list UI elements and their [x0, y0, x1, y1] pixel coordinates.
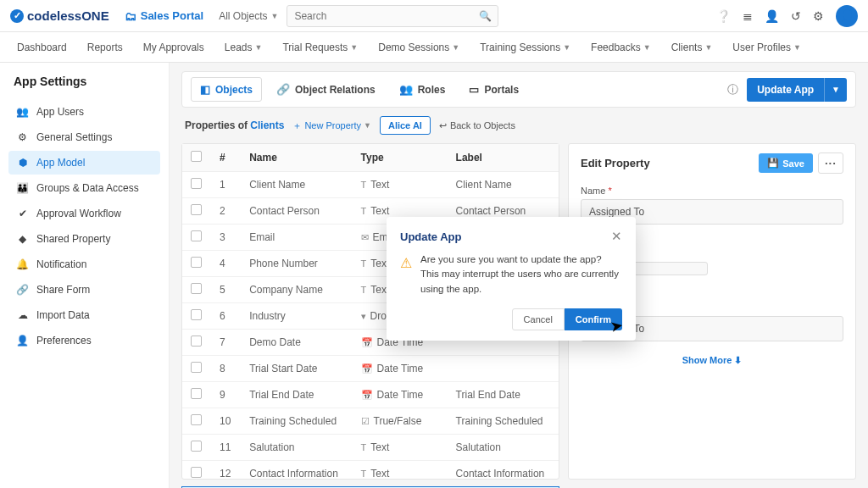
sidebar-icon: ⚙: [16, 131, 29, 143]
sidebar-item-import-data[interactable]: ☁Import Data: [8, 303, 160, 327]
settings-icon[interactable]: ⚙: [813, 9, 824, 23]
chevron-down-icon: ▼: [643, 43, 651, 52]
checkbox-icon[interactable]: [191, 283, 202, 294]
row-name: Industry: [241, 303, 352, 330]
row-label: Salutation: [448, 435, 559, 461]
nav-reports[interactable]: Reports: [87, 42, 123, 53]
tab-object-relations[interactable]: 🔗Object Relations: [267, 77, 385, 102]
alice-ai-button[interactable]: Alice AI: [380, 116, 431, 135]
tab-roles[interactable]: 👥Roles: [390, 77, 455, 102]
cancel-button[interactable]: Cancel: [512, 308, 565, 330]
row-index: 8: [211, 356, 241, 382]
checkbox-icon[interactable]: [191, 151, 202, 162]
sidebar-item-general-settings[interactable]: ⚙General Settings: [8, 125, 160, 149]
search-icon[interactable]: 🔍: [479, 10, 492, 22]
close-icon[interactable]: ✕: [611, 229, 622, 244]
row-type: 📅Date Time: [353, 356, 448, 382]
col-type[interactable]: Type: [353, 144, 448, 172]
sidebar-item-label: App Users: [36, 106, 84, 118]
help-icon[interactable]: ❔: [716, 9, 731, 23]
sidebar-item-app-model[interactable]: ⬢App Model: [8, 151, 160, 175]
object-selector[interactable]: All Objects ▼: [219, 10, 278, 22]
tab-label: Objects: [215, 84, 253, 96]
sidebar-item-approval-workflow[interactable]: ✔Approval Workflow: [8, 202, 160, 225]
row-index: 11: [211, 435, 241, 461]
table-row[interactable]: 12Contact InformationTTextContact Inform…: [182, 461, 559, 487]
table-row[interactable]: 11SalutationTTextSalutation: [182, 435, 559, 461]
table-row[interactable]: 10Training Scheduled☑True/FalseTraining …: [182, 408, 559, 435]
checkbox-icon[interactable]: [191, 336, 202, 347]
sidebar-item-shared-property[interactable]: ◆Shared Property: [8, 227, 160, 251]
checkbox-icon[interactable]: [191, 230, 202, 241]
table-row[interactable]: 9Trial End Date📅Date TimeTrial End Date: [182, 382, 559, 408]
row-index: 9: [211, 382, 241, 408]
more-actions-button[interactable]: ···: [818, 152, 843, 174]
tab-icon: 👥: [399, 83, 413, 96]
col-name[interactable]: Name: [241, 144, 352, 172]
nav-training-sessions[interactable]: Training Sessions▼: [480, 42, 570, 53]
sidebar-item-app-users[interactable]: 👥App Users: [8, 100, 160, 124]
confirm-button[interactable]: Confirm: [565, 308, 622, 330]
sidebar-item-preferences[interactable]: 👤Preferences: [8, 329, 160, 352]
checkbox-icon[interactable]: [191, 362, 202, 373]
user-add-icon[interactable]: 👤: [765, 9, 779, 23]
tab-portals[interactable]: ▭Portals: [459, 77, 528, 102]
row-type: ☑True/False: [353, 408, 448, 435]
table-row[interactable]: 8Trial Start Date📅Date Time: [182, 356, 559, 382]
sidebar-item-groups---data-access[interactable]: 👪Groups & Data Access: [8, 176, 160, 200]
type-icon: T: [361, 285, 367, 295]
nav-trial-requests[interactable]: Trial Requests▼: [282, 42, 358, 53]
col-#[interactable]: #: [211, 144, 241, 172]
tab-label: Object Relations: [295, 84, 376, 96]
nav-feedbacks[interactable]: Feedbacks▼: [591, 42, 651, 53]
sidebar-item-share-form[interactable]: 🔗Share Form: [8, 278, 160, 302]
entity-link[interactable]: Clients: [250, 119, 284, 131]
row-name: Trial Start Date: [241, 356, 352, 382]
tab-objects[interactable]: ◧Objects: [191, 77, 262, 102]
sidebar-item-notification[interactable]: 🔔Notification: [8, 252, 160, 276]
type-icon: T: [361, 469, 367, 479]
checkbox-icon[interactable]: [191, 309, 202, 320]
save-label: Save: [782, 158, 804, 169]
row-index: 4: [211, 251, 241, 277]
nav-leads[interactable]: Leads▼: [225, 42, 263, 53]
main-nav: DashboardReportsMy ApprovalsLeads▼Trial …: [0, 32, 868, 63]
checkbox-icon[interactable]: [191, 414, 202, 425]
sidebar-item-label: Import Data: [36, 309, 90, 321]
nav-demo-sessions[interactable]: Demo Sessions▼: [378, 42, 459, 53]
database-icon[interactable]: ≣: [743, 9, 753, 23]
table-row[interactable]: 1Client NameTTextClient Name: [182, 172, 559, 198]
nav-clients[interactable]: Clients▼: [671, 42, 713, 53]
checkbox-icon[interactable]: [191, 441, 202, 452]
new-property-button[interactable]: ＋ New Property ▼: [292, 119, 371, 132]
checkbox-icon[interactable]: [191, 467, 202, 478]
sidebar: App Settings 👥App Users⚙General Settings…: [0, 63, 170, 488]
nav-dashboard[interactable]: Dashboard: [17, 42, 67, 53]
update-app-button[interactable]: Update App: [747, 78, 824, 102]
type-icon: T: [361, 180, 367, 190]
sidebar-icon: 👥: [16, 106, 29, 118]
nav-my-approvals[interactable]: My Approvals: [143, 42, 204, 53]
update-app-dropdown[interactable]: ▼: [824, 78, 847, 102]
checkbox-icon[interactable]: [191, 178, 202, 189]
portal-badge[interactable]: 🗂 Sales Portal: [125, 9, 203, 23]
info-icon[interactable]: ⓘ: [727, 82, 738, 97]
modal-body-text: Are you sure you want to update the app?…: [420, 252, 622, 297]
avatar[interactable]: 👤: [836, 5, 858, 27]
back-to-objects[interactable]: ↩ Back to Objects: [439, 120, 515, 131]
row-name: Trial End Date: [241, 382, 352, 408]
chevron-down-icon: ▼: [350, 43, 358, 52]
top-icons: ❔ ≣ 👤 ↺ ⚙ 👤: [716, 5, 858, 27]
props-prefix: Properties of: [185, 119, 248, 131]
object-selector-label: All Objects: [219, 10, 267, 22]
checkbox-icon[interactable]: [191, 257, 202, 268]
nav-user-profiles[interactable]: User Profiles▼: [732, 42, 801, 53]
checkbox-icon[interactable]: [191, 388, 202, 399]
col-label[interactable]: Label: [448, 144, 559, 172]
show-more-button[interactable]: Show More ⬇: [581, 355, 843, 366]
chevron-down-icon: ▼: [254, 43, 262, 52]
history-icon[interactable]: ↺: [791, 9, 801, 23]
save-button[interactable]: 💾 Save: [759, 153, 813, 173]
search-input[interactable]: [287, 5, 498, 27]
checkbox-icon[interactable]: [191, 204, 202, 215]
